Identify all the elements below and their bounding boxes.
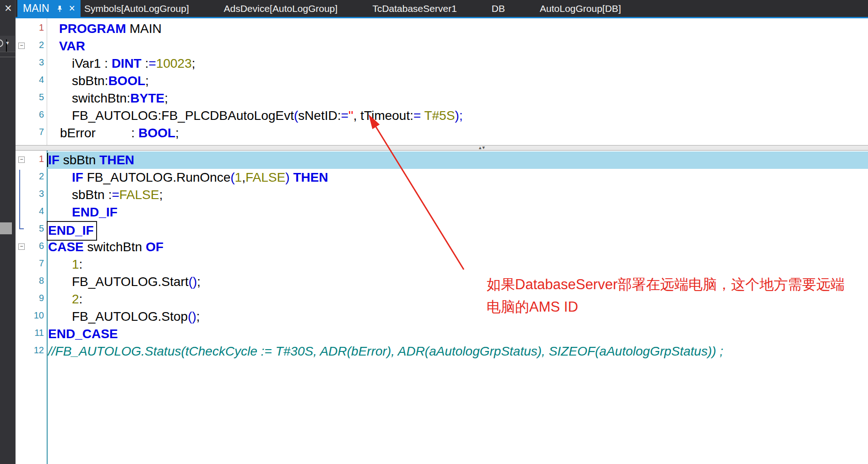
- tab-symbols-autologgroup[interactable]: Symbols[AutoLogGroup]: [84, 0, 189, 17]
- code-line[interactable]: 4END_IF: [16, 204, 868, 221]
- code-text: PROGRAM MAIN: [59, 20, 162, 38]
- editor-splitter[interactable]: ▴▾: [16, 145, 868, 151]
- code-line[interactable]: 5END_IF: [16, 221, 868, 238]
- code-text: 1:: [72, 256, 82, 273]
- code-line[interactable]: 71:: [16, 256, 868, 273]
- code-line[interactable]: 3iVar1 : DINT :=10023;: [16, 55, 868, 72]
- tab-main-label: MAIN: [23, 2, 49, 15]
- code-text: bError : BOOL;: [60, 124, 179, 142]
- line-number: 7: [16, 124, 44, 139]
- code-text: IF sbBtn THEN: [48, 151, 134, 169]
- declaration-editor[interactable]: 1PROGRAM MAIN2−VAR3iVar1 : DINT :=10023;…: [16, 18, 868, 145]
- code-line[interactable]: 5switchBtn:BYTE;: [16, 90, 868, 107]
- tab-main-close-icon[interactable]: ×: [69, 0, 75, 17]
- tab-main[interactable]: MAIN ×: [17, 0, 81, 17]
- code-line[interactable]: 1−IF sbBtn THEN: [16, 151, 868, 169]
- code-text: 2:: [72, 291, 82, 308]
- line-number: 4: [16, 72, 44, 87]
- line-number: 5: [16, 90, 44, 104]
- panel-divider: [0, 57, 16, 57]
- code-text: FB_AUTOLOG.Start();: [72, 273, 201, 291]
- left-strip-square: [0, 222, 12, 234]
- plc-editor-window: × ▾ MAIN × Symbols[AutoLogGroup] A: [0, 0, 868, 464]
- pin-icon[interactable]: [56, 5, 63, 12]
- code-text: FB_AUTOLOG.Stop();: [72, 308, 200, 325]
- code-line[interactable]: 6−CASE switchBtn OF: [16, 238, 868, 256]
- code-line[interactable]: 11END_CASE: [16, 325, 868, 343]
- code-text: sbBtn :=FALSE;: [72, 186, 163, 204]
- code-text: sbBtn:BOOL;: [72, 72, 149, 90]
- code-text: IF FB_AUTOLOG.RunOnce(1,FALSE) THEN: [72, 169, 328, 186]
- splitter-grip-icon[interactable]: ▴▾: [479, 145, 486, 151]
- tab-db[interactable]: DB: [492, 0, 505, 17]
- selected-line-highlight: [47, 151, 868, 169]
- code-line[interactable]: 4sbBtn:BOOL;: [16, 72, 868, 90]
- tab-adsdevice-autologgroup[interactable]: AdsDevice[AutoLogGroup]: [224, 0, 338, 17]
- code-line[interactable]: 1PROGRAM MAIN: [16, 20, 868, 38]
- line-number: 6: [16, 107, 44, 122]
- code-text: FB_AUTOLOG:FB_PLCDBAutoLogEvt(sNetID:=''…: [72, 107, 463, 124]
- panel-close-button[interactable]: ×: [2, 1, 15, 16]
- line-number: 9: [16, 291, 44, 305]
- left-panel-strip: × ▾: [0, 0, 16, 464]
- code-line[interactable]: 2−VAR: [16, 38, 868, 55]
- annotation-text: 如果DatabaseServer部署在远端电脑，这个地方需要远端 电脑的AMS …: [487, 273, 845, 318]
- code-text: END_CASE: [48, 325, 118, 343]
- tab-autologgroup-db[interactable]: AutoLogGroup[DB]: [540, 0, 621, 17]
- line-number: 4: [16, 204, 44, 218]
- line-number: 8: [16, 273, 44, 288]
- code-line[interactable]: 3sbBtn :=FALSE;: [16, 186, 868, 204]
- line-number: 1: [16, 20, 44, 35]
- line-number: 3: [16, 186, 44, 201]
- fold-marker[interactable]: −: [18, 243, 25, 250]
- code-line[interactable]: 7bError : BOOL;: [16, 124, 868, 142]
- code-line[interactable]: 12//FB_AUTOLOG.Status(tCheckCycle := T#3…: [16, 343, 868, 360]
- code-line[interactable]: 6FB_AUTOLOG:FB_PLCDBAutoLogEvt(sNetID:='…: [16, 107, 868, 124]
- chevron-down-icon: ▾: [6, 39, 7, 52]
- document-tab-bar: MAIN × Symbols[AutoLogGroup] AdsDevice[A…: [16, 0, 868, 17]
- line-number: 3: [16, 55, 44, 70]
- line-number: 10: [16, 308, 44, 323]
- code-text: END_IF: [47, 221, 97, 241]
- line-number: 12: [16, 343, 44, 357]
- code-text: CASE switchBtn OF: [48, 238, 163, 256]
- panel-dropdown-icon: [0, 39, 3, 47]
- code-text: END_IF: [72, 204, 118, 221]
- tab-tcdatabaseserver1[interactable]: TcDatabaseServer1: [372, 0, 456, 17]
- panel-dropdown-button[interactable]: ▾: [0, 36, 16, 52]
- code-text: switchBtn:BYTE;: [72, 90, 168, 107]
- line-number: 7: [16, 256, 44, 270]
- code-text: //FB_AUTOLOG.Status(tCheckCycle := T#30S…: [48, 343, 723, 360]
- fold-marker[interactable]: −: [18, 156, 25, 163]
- fold-marker[interactable]: −: [18, 43, 25, 49]
- code-text: iVar1 : DINT :=10023;: [72, 55, 195, 72]
- code-text: VAR: [59, 38, 85, 55]
- line-number: 11: [16, 325, 44, 340]
- line-number: 2: [16, 169, 44, 183]
- annotation-text-line1: 如果DatabaseServer部署在远端电脑，这个地方需要远端: [487, 273, 845, 296]
- annotation-text-line2: 电脑的AMS ID: [487, 296, 845, 318]
- line-number: 5: [16, 221, 44, 236]
- code-line[interactable]: 2IF FB_AUTOLOG.RunOnce(1,FALSE) THEN: [16, 169, 868, 186]
